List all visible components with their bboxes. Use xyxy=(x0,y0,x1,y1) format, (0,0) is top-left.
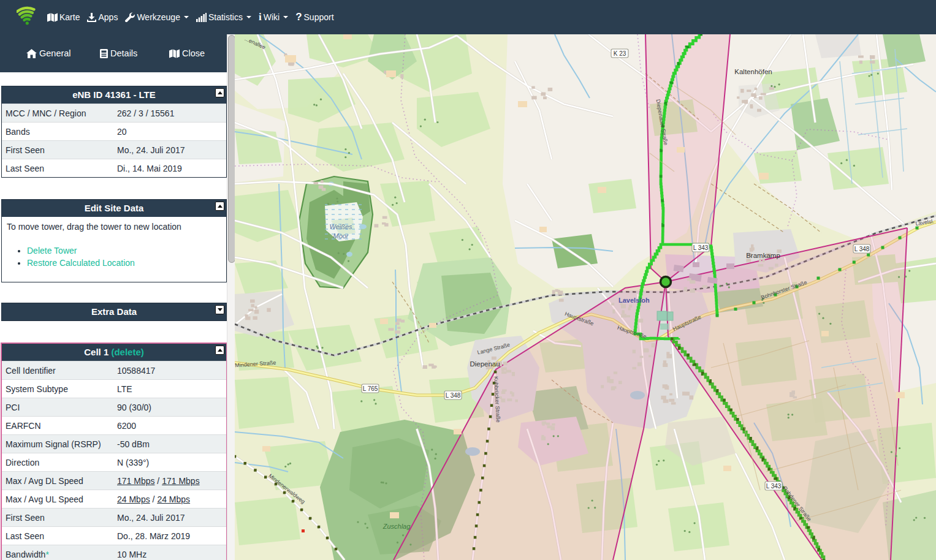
svg-text:L 343: L 343 xyxy=(766,483,782,490)
svg-text:Diepenau: Diepenau xyxy=(470,360,500,368)
svg-text:L 348: L 348 xyxy=(854,246,870,252)
svg-text:K 23: K 23 xyxy=(614,50,626,57)
svg-text:Moor: Moor xyxy=(333,232,349,240)
svg-text:Weißes: Weißes xyxy=(329,223,352,230)
svg-text:Lavelsloh: Lavelsloh xyxy=(618,297,650,304)
svg-text:L 343: L 343 xyxy=(693,244,709,251)
svg-text:L 348: L 348 xyxy=(446,392,461,399)
svg-text:Kaltenhöfen: Kaltenhöfen xyxy=(734,68,772,75)
svg-text:Zuschlag: Zuschlag xyxy=(382,523,411,530)
svg-text:L 765: L 765 xyxy=(363,385,378,392)
svg-text:Bramkamp: Bramkamp xyxy=(746,252,780,259)
